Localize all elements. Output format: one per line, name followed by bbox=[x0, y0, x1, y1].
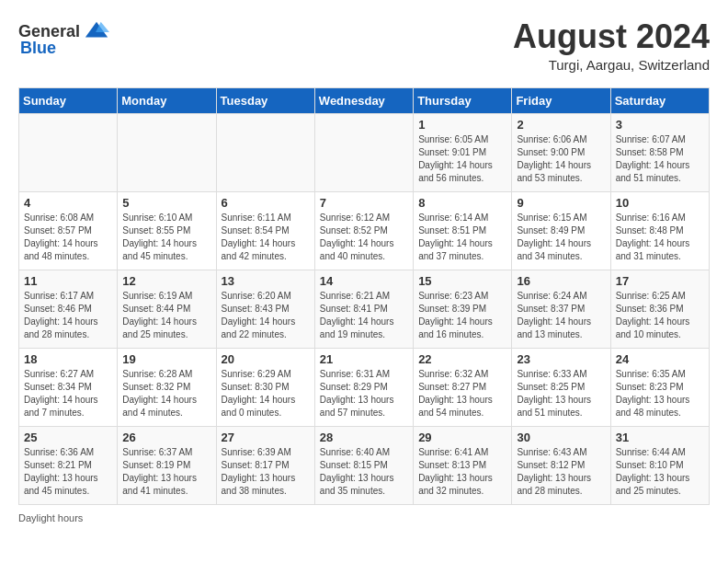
day-cell: 13Sunrise: 6:20 AM Sunset: 8:43 PM Dayli… bbox=[216, 270, 314, 348]
day-number: 27 bbox=[222, 431, 310, 444]
day-content: Sunrise: 6:25 AM Sunset: 8:36 PM Dayligh… bbox=[616, 290, 704, 341]
day-number: 2 bbox=[517, 118, 605, 132]
day-number: 23 bbox=[517, 352, 605, 366]
day-content: Sunrise: 6:35 AM Sunset: 8:23 PM Dayligh… bbox=[616, 368, 704, 419]
logo-blue: Blue bbox=[20, 39, 56, 58]
week-row-1: 4Sunrise: 6:08 AM Sunset: 8:57 PM Daylig… bbox=[19, 191, 710, 270]
day-number: 19 bbox=[122, 352, 210, 366]
day-cell bbox=[314, 113, 413, 191]
day-number: 17 bbox=[616, 274, 704, 288]
day-cell: 17Sunrise: 6:25 AM Sunset: 8:36 PM Dayli… bbox=[610, 270, 709, 348]
day-cell: 5Sunrise: 6:10 AM Sunset: 8:55 PM Daylig… bbox=[118, 191, 216, 270]
day-number: 1 bbox=[418, 118, 506, 132]
location: Turgi, Aargau, Switzerland bbox=[513, 57, 710, 73]
day-cell: 10Sunrise: 6:16 AM Sunset: 8:48 PM Dayli… bbox=[610, 191, 709, 270]
logo-icon bbox=[84, 18, 109, 44]
day-content: Sunrise: 6:31 AM Sunset: 8:29 PM Dayligh… bbox=[320, 368, 408, 419]
day-cell: 15Sunrise: 6:23 AM Sunset: 8:39 PM Dayli… bbox=[414, 270, 512, 348]
day-cell: 4Sunrise: 6:08 AM Sunset: 8:57 PM Daylig… bbox=[19, 191, 118, 270]
day-content: Sunrise: 6:44 AM Sunset: 8:10 PM Dayligh… bbox=[616, 446, 704, 498]
day-number: 26 bbox=[122, 431, 210, 444]
day-number: 12 bbox=[122, 274, 210, 288]
day-content: Sunrise: 6:39 AM Sunset: 8:17 PM Dayligh… bbox=[222, 446, 310, 498]
day-number: 9 bbox=[517, 196, 605, 210]
day-content: Sunrise: 6:07 AM Sunset: 8:58 PM Dayligh… bbox=[616, 133, 704, 185]
day-cell bbox=[216, 113, 314, 191]
day-content: Sunrise: 6:40 AM Sunset: 8:15 PM Dayligh… bbox=[320, 446, 408, 498]
day-number: 5 bbox=[122, 196, 210, 210]
day-number: 18 bbox=[24, 352, 112, 366]
day-cell: 14Sunrise: 6:21 AM Sunset: 8:41 PM Dayli… bbox=[314, 270, 413, 348]
day-content: Sunrise: 6:32 AM Sunset: 8:27 PM Dayligh… bbox=[418, 368, 506, 419]
day-cell: 2Sunrise: 6:06 AM Sunset: 9:00 PM Daylig… bbox=[512, 113, 610, 191]
day-content: Sunrise: 6:20 AM Sunset: 8:43 PM Dayligh… bbox=[222, 290, 310, 341]
day-content: Sunrise: 6:16 AM Sunset: 8:48 PM Dayligh… bbox=[616, 212, 704, 263]
week-row-4: 25Sunrise: 6:36 AM Sunset: 8:21 PM Dayli… bbox=[19, 426, 710, 504]
day-content: Sunrise: 6:36 AM Sunset: 8:21 PM Dayligh… bbox=[24, 446, 112, 498]
day-cell: 6Sunrise: 6:11 AM Sunset: 8:54 PM Daylig… bbox=[216, 191, 314, 270]
footer-label: Daylight hours bbox=[18, 512, 83, 523]
month-title: August 2024 bbox=[513, 18, 710, 55]
day-number: 21 bbox=[320, 352, 408, 366]
day-cell: 20Sunrise: 6:29 AM Sunset: 8:30 PM Dayli… bbox=[216, 348, 314, 426]
day-content: Sunrise: 6:15 AM Sunset: 8:49 PM Dayligh… bbox=[517, 212, 605, 263]
day-cell: 21Sunrise: 6:31 AM Sunset: 8:29 PM Dayli… bbox=[314, 348, 413, 426]
week-row-0: 1Sunrise: 6:05 AM Sunset: 9:01 PM Daylig… bbox=[19, 113, 710, 191]
day-content: Sunrise: 6:08 AM Sunset: 8:57 PM Dayligh… bbox=[24, 212, 112, 263]
col-header-friday: Friday bbox=[512, 87, 610, 113]
day-content: Sunrise: 6:24 AM Sunset: 8:37 PM Dayligh… bbox=[517, 290, 605, 341]
day-cell: 23Sunrise: 6:33 AM Sunset: 8:25 PM Dayli… bbox=[512, 348, 610, 426]
day-cell: 8Sunrise: 6:14 AM Sunset: 8:51 PM Daylig… bbox=[414, 191, 512, 270]
day-cell: 7Sunrise: 6:12 AM Sunset: 8:52 PM Daylig… bbox=[314, 191, 413, 270]
day-content: Sunrise: 6:21 AM Sunset: 8:41 PM Dayligh… bbox=[320, 290, 408, 341]
day-number: 6 bbox=[222, 196, 310, 210]
day-cell: 12Sunrise: 6:19 AM Sunset: 8:44 PM Dayli… bbox=[118, 270, 216, 348]
day-content: Sunrise: 6:19 AM Sunset: 8:44 PM Dayligh… bbox=[122, 290, 210, 341]
day-content: Sunrise: 6:27 AM Sunset: 8:34 PM Dayligh… bbox=[24, 368, 112, 419]
day-number: 11 bbox=[24, 274, 112, 288]
calendar-header-row: SundayMondayTuesdayWednesdayThursdayFrid… bbox=[19, 87, 710, 113]
day-number: 16 bbox=[517, 274, 605, 288]
day-content: Sunrise: 6:43 AM Sunset: 8:12 PM Dayligh… bbox=[517, 446, 605, 498]
day-number: 22 bbox=[418, 352, 506, 366]
day-cell: 19Sunrise: 6:28 AM Sunset: 8:32 PM Dayli… bbox=[118, 348, 216, 426]
day-cell: 11Sunrise: 6:17 AM Sunset: 8:46 PM Dayli… bbox=[19, 270, 118, 348]
day-content: Sunrise: 6:29 AM Sunset: 8:30 PM Dayligh… bbox=[222, 368, 310, 419]
calendar-table: SundayMondayTuesdayWednesdayThursdayFrid… bbox=[18, 87, 710, 505]
day-number: 15 bbox=[418, 274, 506, 288]
day-content: Sunrise: 6:14 AM Sunset: 8:51 PM Dayligh… bbox=[418, 212, 506, 263]
day-cell: 25Sunrise: 6:36 AM Sunset: 8:21 PM Dayli… bbox=[19, 426, 118, 504]
day-cell: 27Sunrise: 6:39 AM Sunset: 8:17 PM Dayli… bbox=[216, 426, 314, 504]
day-number: 10 bbox=[616, 196, 704, 210]
col-header-thursday: Thursday bbox=[414, 87, 512, 113]
day-cell: 28Sunrise: 6:40 AM Sunset: 8:15 PM Dayli… bbox=[314, 426, 413, 504]
day-content: Sunrise: 6:23 AM Sunset: 8:39 PM Dayligh… bbox=[418, 290, 506, 341]
day-cell: 3Sunrise: 6:07 AM Sunset: 8:58 PM Daylig… bbox=[610, 113, 709, 191]
week-row-3: 18Sunrise: 6:27 AM Sunset: 8:34 PM Dayli… bbox=[19, 348, 710, 426]
day-number: 20 bbox=[222, 352, 310, 366]
col-header-wednesday: Wednesday bbox=[314, 87, 413, 113]
day-content: Sunrise: 6:06 AM Sunset: 9:00 PM Dayligh… bbox=[517, 133, 605, 185]
page-header: General Blue August 2024 Turgi, Aargau, … bbox=[18, 18, 710, 73]
col-header-saturday: Saturday bbox=[610, 87, 709, 113]
day-number: 25 bbox=[24, 431, 112, 444]
day-number: 4 bbox=[24, 196, 112, 210]
day-content: Sunrise: 6:17 AM Sunset: 8:46 PM Dayligh… bbox=[24, 290, 112, 341]
day-content: Sunrise: 6:12 AM Sunset: 8:52 PM Dayligh… bbox=[320, 212, 408, 263]
day-content: Sunrise: 6:37 AM Sunset: 8:19 PM Dayligh… bbox=[122, 446, 210, 498]
day-content: Sunrise: 6:10 AM Sunset: 8:55 PM Dayligh… bbox=[122, 212, 210, 263]
day-cell bbox=[19, 113, 118, 191]
day-number: 28 bbox=[320, 431, 408, 444]
footer: Daylight hours bbox=[18, 512, 710, 523]
day-cell bbox=[118, 113, 216, 191]
day-cell: 24Sunrise: 6:35 AM Sunset: 8:23 PM Dayli… bbox=[610, 348, 709, 426]
day-cell: 22Sunrise: 6:32 AM Sunset: 8:27 PM Dayli… bbox=[414, 348, 512, 426]
day-cell: 16Sunrise: 6:24 AM Sunset: 8:37 PM Dayli… bbox=[512, 270, 610, 348]
week-row-2: 11Sunrise: 6:17 AM Sunset: 8:46 PM Dayli… bbox=[19, 270, 710, 348]
day-number: 31 bbox=[616, 431, 704, 444]
day-number: 8 bbox=[418, 196, 506, 210]
day-cell: 29Sunrise: 6:41 AM Sunset: 8:13 PM Dayli… bbox=[414, 426, 512, 504]
day-number: 7 bbox=[320, 196, 408, 210]
logo: General Blue bbox=[18, 18, 109, 58]
day-content: Sunrise: 6:41 AM Sunset: 8:13 PM Dayligh… bbox=[418, 446, 506, 498]
